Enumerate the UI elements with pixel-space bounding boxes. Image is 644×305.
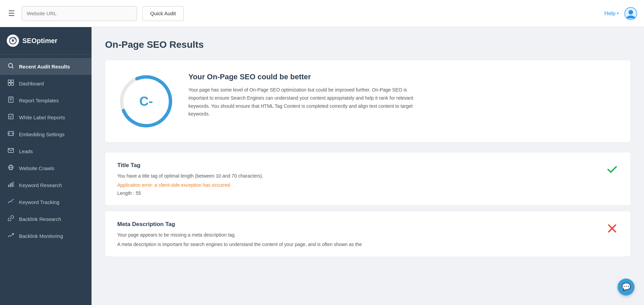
sidebar-item-backlink-research[interactable]: Backlink Research (0, 210, 92, 227)
svg-rect-6 (8, 80, 11, 82)
svg-rect-8 (8, 83, 11, 85)
sidebar-item-label: Backlink Monitoring (19, 233, 63, 239)
score-text: Your On-Page SEO could be better Your pa… (188, 73, 426, 118)
logo-icon (7, 35, 19, 47)
audit-item-meta: Length : 55 (117, 190, 596, 196)
svg-rect-26 (12, 182, 13, 187)
audit-items-container: Title Tag You have a title tag of optima… (105, 152, 630, 257)
svg-rect-27 (13, 182, 14, 187)
quick-audit-button[interactable]: Quick Audit (142, 6, 184, 21)
score-grade: C- (139, 94, 153, 109)
score-description: Your page has some level of On-Page SEO … (188, 86, 426, 118)
audit-item-desc: Your page appears to be missing a meta d… (117, 231, 596, 239)
dashboard-icon (7, 80, 14, 87)
help-label: Help (604, 11, 616, 17)
leads-icon (7, 147, 14, 155)
sidebar-item-label: Embedding Settings (19, 131, 64, 137)
score-heading: Your On-Page SEO could be better (188, 73, 426, 81)
white-label-icon (7, 114, 14, 121)
svg-rect-24 (8, 185, 9, 187)
audit-item-content: Title Tag You have a title tag of optima… (117, 162, 596, 196)
audit-item-content: Meta Description Tag Your page appears t… (117, 221, 596, 247)
audit-item-meta-description: Meta Description Tag Your page appears t… (105, 211, 630, 256)
audit-item-title-tag: Title Tag You have a title tag of optima… (105, 152, 630, 205)
svg-rect-10 (8, 97, 13, 102)
audit-item-meta: A meta description is important for sear… (117, 242, 596, 247)
hamburger-button[interactable]: ☰ (7, 8, 16, 19)
sidebar-item-label: Leads (19, 148, 33, 154)
svg-rect-9 (11, 83, 14, 85)
sidebar: SEOptimer Recent Audit ResultsDashboardR… (0, 27, 92, 305)
audit-item-title: Title Tag (117, 162, 596, 169)
chat-bubble[interactable]: 💬 (618, 279, 635, 296)
sidebar-item-leads[interactable]: Leads (0, 143, 92, 160)
logo-text: SEOptimer (22, 37, 57, 45)
help-chevron-icon: ▾ (617, 11, 619, 16)
backlink-monitoring-icon (7, 232, 14, 240)
backlink-research-icon (7, 215, 14, 223)
sidebar-item-recent-audit[interactable]: Recent Audit Results (0, 58, 92, 75)
sidebar-logo: SEOptimer (0, 27, 92, 55)
sidebar-item-white-label[interactable]: White Label Reports (0, 109, 92, 126)
score-card: C- Your On-Page SEO could be better Your… (105, 60, 630, 142)
score-circle: C- (117, 73, 175, 130)
svg-point-1 (628, 10, 633, 14)
avatar-icon[interactable] (624, 7, 637, 20)
keyword-tracking-icon (7, 198, 14, 206)
sidebar-item-keyword-tracking[interactable]: Keyword Tracking (0, 194, 92, 210)
svg-line-19 (12, 134, 13, 134)
svg-point-3 (12, 40, 14, 42)
page-title: On-Page SEO Results (105, 39, 630, 50)
sidebar-item-website-crawls[interactable]: Website Crawls (0, 160, 92, 177)
audit-item-error: Application error: a client-side excepti… (117, 182, 596, 188)
sidebar-item-embedding[interactable]: Embedding Settings (0, 126, 92, 143)
audit-item-title: Meta Description Tag (117, 221, 596, 228)
url-input[interactable] (22, 6, 137, 21)
chat-icon: 💬 (622, 283, 631, 291)
audit-item-desc: You have a title tag of optimal length (… (117, 172, 596, 180)
embedding-icon (7, 130, 14, 138)
keyword-research-icon (7, 181, 14, 189)
report-templates-icon (7, 97, 14, 104)
help-button[interactable]: Help ▾ (604, 11, 619, 17)
website-crawls-icon (7, 164, 14, 172)
recent-audit-icon (7, 63, 14, 70)
main-layout: SEOptimer Recent Audit ResultsDashboardR… (0, 27, 644, 305)
sidebar-item-label: Website Crawls (19, 165, 54, 171)
sidebar-nav: Recent Audit ResultsDashboardReport Temp… (0, 55, 92, 248)
audit-status-icon (606, 163, 618, 178)
sidebar-item-label: Keyword Tracking (19, 199, 59, 205)
sidebar-item-label: Report Templates (19, 98, 59, 103)
content-area: On-Page SEO Results C- Your On-Page SEO … (92, 27, 644, 305)
sidebar-item-label: White Label Reports (19, 115, 65, 120)
sidebar-item-label: Dashboard (19, 81, 44, 86)
svg-rect-25 (10, 183, 11, 187)
sidebar-item-label: Backlink Research (19, 216, 61, 222)
sidebar-item-backlink-monitoring[interactable]: Backlink Monitoring (0, 227, 92, 244)
top-header: ☰ Quick Audit Help ▾ (0, 0, 644, 27)
svg-rect-7 (11, 80, 14, 82)
sidebar-item-label: Keyword Research (19, 182, 62, 188)
sidebar-item-keyword-research[interactable]: Keyword Research (0, 177, 92, 194)
svg-line-17 (9, 134, 9, 134)
svg-line-5 (12, 67, 14, 68)
sidebar-item-label: Recent Audit Results (19, 64, 70, 69)
hamburger-icon: ☰ (8, 9, 15, 18)
audit-status-icon (606, 222, 618, 237)
sidebar-item-report-templates[interactable]: Report Templates (0, 92, 92, 109)
sidebar-item-dashboard[interactable]: Dashboard (0, 75, 92, 92)
